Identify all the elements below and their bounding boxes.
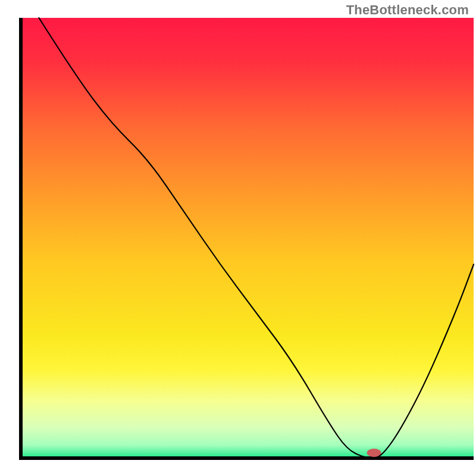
bottleneck-chart — [0, 0, 476, 476]
chart-container: TheBottleneck.com — [0, 0, 476, 476]
watermark-label: TheBottleneck.com — [346, 2, 469, 18]
plot-background — [21, 18, 474, 458]
